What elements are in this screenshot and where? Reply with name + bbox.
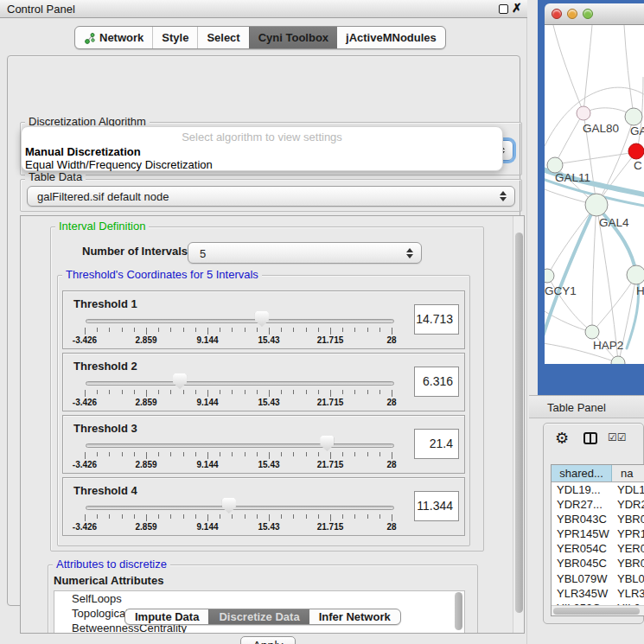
tick-mark [109,390,110,394]
tick-mark [342,390,343,394]
threshold-label: Threshold 2 [73,360,137,373]
node-label: GCY1 [545,284,577,297]
network-node[interactable] [545,269,554,283]
network-edge[interactable] [583,25,592,112]
numerical-attributes-label: Numerical Attributes [54,574,163,587]
settings-scrollbar-thumb[interactable] [515,233,523,613]
tick-mark [134,328,135,332]
tick-mark [134,390,135,394]
table-row[interactable]: YLR345WYLR3 [552,586,644,601]
network-window-titlebar[interactable] [545,3,644,25]
tick-mark [207,452,208,459]
tick-mark [354,452,355,456]
threshold-value-field[interactable]: 6.316 [414,367,459,397]
table-cell: YDR2 [612,497,644,512]
network-node[interactable] [625,108,642,125]
tab-impute-data[interactable]: Impute Data [125,609,208,624]
table-row[interactable]: YBR043CYBR0 [552,512,644,526]
column-header[interactable]: shared... [552,465,612,481]
table-row[interactable]: YDR27...YDR2 [552,497,644,512]
node-label: C [634,159,642,172]
slider-track[interactable] [86,506,394,510]
tick-mark [245,390,245,394]
scale-label: 15.43 [258,335,279,345]
tick-mark [330,514,331,521]
tab-style[interactable]: Style [152,27,197,48]
settings-scroll-pane: Interval Definition Number of Intervals … [20,215,525,634]
slider-handle[interactable] [320,436,334,451]
network-edge[interactable] [556,152,635,164]
table-hscrollbar-track[interactable] [552,605,644,615]
dropdown-option-manual-discretization[interactable]: Manual Discretization [25,145,141,158]
attribute-item[interactable]: SelfLoops [54,591,464,606]
tick-mark [85,328,86,335]
table-row[interactable]: YDL19...YDL1 [552,482,644,497]
close-light[interactable] [552,9,562,19]
network-node[interactable] [577,106,590,120]
threshold-panel-2: Threshold 2-3.4262.8599.14415.4321.71528… [62,353,465,411]
zoom-light[interactable] [583,9,593,19]
tab-label: Impute Data [135,610,199,623]
slider-track[interactable] [86,381,394,386]
network-canvas[interactable]: GAL80GACGAL11GAL4GCY1HHAP2 [545,25,644,364]
table-row[interactable]: YBL079WYBL0 [552,571,644,586]
network-node[interactable] [585,194,608,216]
close-icon[interactable]: ✗ [512,1,522,15]
tick-mark [281,514,282,519]
table-cell: YLR3 [612,586,644,601]
network-node[interactable] [628,143,644,159]
network-node[interactable] [585,325,599,339]
network-edge[interactable] [592,205,596,331]
tick-mark [354,514,355,519]
scale-label: 15.43 [258,460,279,469]
tab-jactivemnodules[interactable]: jActiveMNodules [337,27,445,48]
tick-mark [146,390,147,397]
settings-scrollbar-track[interactable] [513,216,524,633]
tab-cyni-toolbox[interactable]: Cyni Toolbox [249,27,337,48]
number-of-intervals-value: 5 [200,246,206,259]
tick-mark [85,514,86,521]
table-row[interactable]: YPR145WYPR1 [552,526,644,541]
tab-select[interactable]: Select [197,27,248,48]
scale-label: 21.715 [317,398,344,407]
gear-icon[interactable]: ⚙ [555,429,569,448]
table-data-combobox[interactable]: galFiltered.sif default node [27,186,515,207]
minimize-light[interactable] [567,9,577,19]
tab-discretize-data[interactable]: Discretize Data [208,609,309,624]
tick-mark [367,390,368,394]
network-edge[interactable] [553,25,583,112]
slider-track[interactable] [86,319,394,323]
table-hscrollbar-thumb[interactable] [553,608,640,615]
network-node[interactable] [627,265,644,284]
tick-mark [207,390,208,397]
dropdown-option-equal-width-frequency-discretization[interactable]: Equal Width/Frequency Discretization [25,158,213,171]
split-table-icon[interactable] [583,432,597,444]
column-header[interactable]: na [612,465,644,481]
table-cell: YPR1 [612,526,644,541]
tick-mark [257,328,258,332]
slider-handle[interactable] [173,373,187,389]
attributes-list-scrollbar[interactable] [455,592,462,630]
threshold-value-field[interactable]: 14.713 [414,304,459,335]
checkbox-icons[interactable]: ☑☑ [608,431,627,443]
scale-label: 15.43 [258,398,279,407]
tick-mark [392,514,392,521]
table-row[interactable]: YBR045CYBR0 [552,556,644,571]
tab-infer-network[interactable]: Infer Network [309,609,400,624]
number-of-intervals-combobox[interactable]: 5 [188,242,422,264]
apply-button[interactable]: Apply [240,636,296,644]
scale-label: 15.43 [258,522,279,532]
network-icon [84,32,96,44]
table-cell: YBR0 [612,512,644,526]
slider-handle[interactable] [255,311,269,327]
threshold-label: Threshold 4 [73,484,137,497]
network-edge[interactable] [624,25,634,116]
threshold-value-field[interactable]: 21.4 [414,429,459,459]
threshold-value-field[interactable]: 11.344 [414,491,459,521]
float-window-icon[interactable] [499,4,508,14]
tick-mark [269,328,270,335]
tab-network[interactable]: Network [75,27,152,48]
table-row[interactable]: YER054CYER0 [552,541,644,556]
slider-track[interactable] [86,443,394,448]
slider-handle[interactable] [222,498,236,513]
